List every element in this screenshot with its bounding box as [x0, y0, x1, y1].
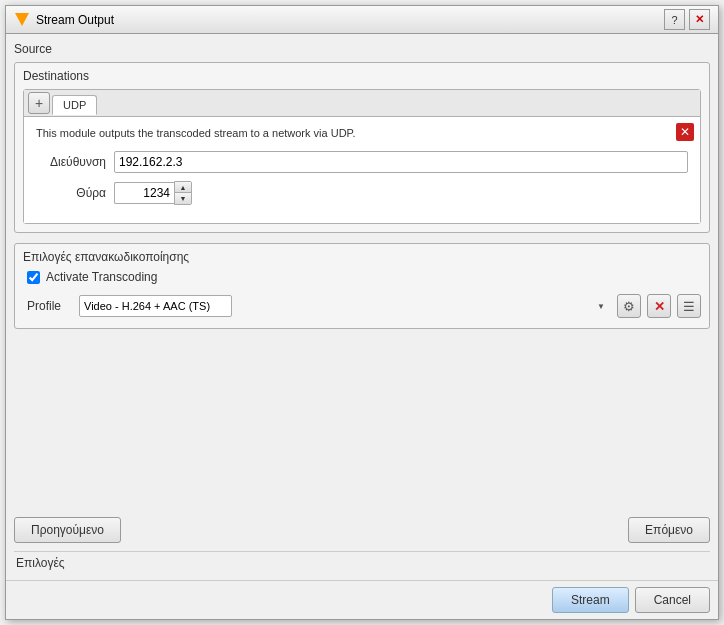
port-spinner: ▲ ▼ [114, 181, 192, 205]
activate-transcoding-checkbox[interactable] [27, 271, 40, 284]
options-label: Επιλογές [16, 556, 65, 570]
vlc-icon [14, 12, 30, 28]
address-label: Διεύθυνση [36, 155, 106, 169]
window-title: Stream Output [36, 13, 114, 27]
prev-button[interactable]: Προηγούμενο [14, 517, 121, 543]
port-label: Θύρα [36, 186, 106, 200]
spinner-buttons: ▲ ▼ [174, 181, 192, 205]
spacer [14, 335, 710, 505]
destinations-outer-title: Destinations [23, 69, 701, 83]
transcoding-group: Επιλογές επανακωδικοποίησης Activate Tra… [14, 243, 710, 329]
window-body: Source Destinations + UDP ✕ This module … [6, 34, 718, 580]
tabs-header: + UDP [24, 90, 700, 117]
tab-description: This module outputs the transcoded strea… [36, 127, 688, 139]
tabs-content: ✕ This module outputs the transcoded str… [24, 117, 700, 223]
port-decrement-button[interactable]: ▼ [175, 193, 191, 204]
title-bar-left: Stream Output [14, 12, 114, 28]
profile-list-button[interactable]: ☰ [677, 294, 701, 318]
udp-tab[interactable]: UDP [52, 95, 97, 115]
close-button[interactable]: ✕ [689, 9, 710, 30]
stream-output-window: Stream Output ? ✕ Source Destinations + … [5, 5, 719, 620]
activate-transcoding-label[interactable]: Activate Transcoding [46, 270, 157, 284]
title-bar: Stream Output ? ✕ [6, 6, 718, 34]
tabs-container: + UDP ✕ This module outputs the transcod… [23, 89, 701, 224]
profile-select[interactable]: Video - H.264 + AAC (TS) Video - H.264 +… [79, 295, 232, 317]
help-button[interactable]: ? [664, 9, 685, 30]
title-bar-buttons: ? ✕ [664, 9, 710, 30]
tab-close-button[interactable]: ✕ [676, 123, 694, 141]
port-increment-button[interactable]: ▲ [175, 182, 191, 193]
address-input[interactable] [114, 151, 688, 173]
cancel-button[interactable]: Cancel [635, 587, 710, 613]
next-button[interactable]: Επόμενο [628, 517, 710, 543]
port-input[interactable] [114, 182, 174, 204]
port-row: Θύρα ▲ ▼ [36, 181, 688, 205]
navigation-row: Προηγούμενο Επόμενο [14, 511, 710, 545]
address-row: Διεύθυνση [36, 151, 688, 173]
profile-row: Profile Video - H.264 + AAC (TS) Video -… [27, 294, 701, 318]
source-section: Source [14, 42, 710, 56]
activate-transcoding-row: Activate Transcoding [27, 270, 701, 284]
profile-label: Profile [27, 299, 73, 313]
transcoding-title: Επιλογές επανακωδικοποίησης [23, 250, 701, 264]
destinations-outer-group: Destinations + UDP ✕ This module outputs… [14, 62, 710, 233]
profile-delete-button[interactable]: ✕ [647, 294, 671, 318]
options-row: Επιλογές [14, 551, 710, 572]
stream-button[interactable]: Stream [552, 587, 629, 613]
bottom-bar: Stream Cancel [6, 580, 718, 619]
add-destination-button[interactable]: + [28, 92, 50, 114]
source-label: Source [14, 42, 52, 56]
profile-select-wrapper: Video - H.264 + AAC (TS) Video - H.264 +… [79, 295, 611, 317]
profile-edit-button[interactable]: ⚙ [617, 294, 641, 318]
